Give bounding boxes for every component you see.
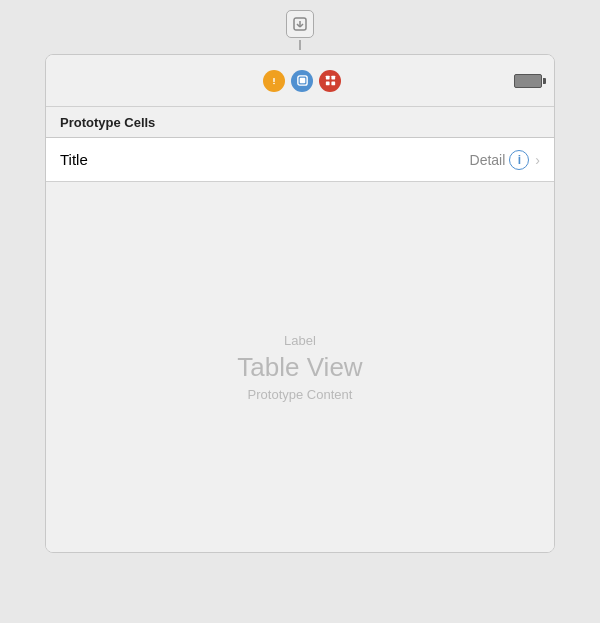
table-view-content-area: Label Table View Prototype Content [46,182,554,552]
storyboard-scene: Prototype Cells Title Detail i › Label T… [45,10,555,553]
svg-point-6 [273,82,275,84]
info-button[interactable]: i [509,150,529,170]
connector-line [299,40,301,50]
battery-icon [514,74,542,88]
toolbar-right [514,74,542,88]
placeholder-title: Table View [237,352,362,383]
grid-icon[interactable] [319,70,341,92]
svg-rect-9 [325,76,329,80]
warning-icon[interactable] [263,70,285,92]
svg-rect-8 [299,78,305,84]
cell-title: Title [60,151,88,168]
svg-rect-5 [273,78,274,82]
storyboard-connector [286,10,314,50]
table-cell-row[interactable]: Title Detail i › [46,138,554,182]
object-icon[interactable] [291,70,313,92]
chevron-right-icon: › [535,152,540,168]
connector-box [286,10,314,38]
toolbar-icons [90,70,514,92]
view-controller-card: Prototype Cells Title Detail i › Label T… [45,54,555,553]
svg-rect-10 [331,76,335,80]
prototype-cells-header: Prototype Cells [46,107,554,138]
placeholder-label: Label [237,333,362,348]
svg-rect-12 [331,81,335,85]
svg-rect-11 [325,81,329,85]
placeholder-subtitle: Prototype Content [237,387,362,402]
placeholder-content: Label Table View Prototype Content [237,333,362,402]
cell-detail-text: Detail [470,152,506,168]
prototype-cells-label: Prototype Cells [60,115,155,130]
cell-accessories: Detail i › [470,150,540,170]
toolbar [46,55,554,107]
